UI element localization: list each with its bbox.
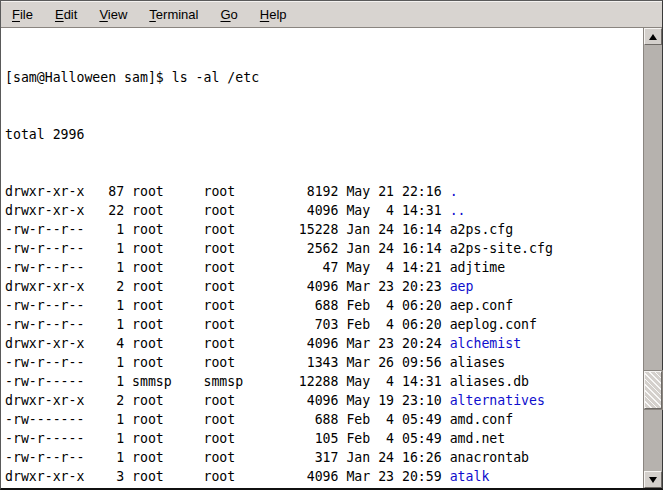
file-row: -rw-r--r-- 1 root root 15228 Jan 24 16:1…: [5, 220, 643, 239]
scrollbar-trough[interactable]: [644, 45, 662, 471]
file-meta: drwxr-xr-x 2 root root 4096 May 19 23:10: [5, 393, 450, 408]
file-row: -rw-r--r-- 1 root root 688 Feb 4 06:20 a…: [5, 296, 643, 315]
file-row: -rw------- 1 root root 688 Feb 4 05:49 a…: [5, 410, 643, 429]
file-row: -rw-r--r-- 1 root root 2562 Jan 24 16:14…: [5, 239, 643, 258]
file-row: drwxr-xr-x 2 root root 4096 Mar 23 20:23…: [5, 277, 643, 296]
file-meta: drwxr-xr-x 87 root root 8192 May 21 22:1…: [5, 184, 450, 199]
file-meta: drwxr-xr-x 4 root root 4096 Mar 23 20:24: [5, 336, 450, 351]
file-meta: drwxr-xr-x 22 root root 4096 May 4 14:31: [5, 203, 450, 218]
menu-view[interactable]: View: [92, 3, 134, 26]
terminal-output-area[interactable]: [sam@Halloween sam]$ ls -al /etc total 2…: [1, 28, 643, 488]
file-name: amd.net: [450, 431, 506, 446]
file-name: atalk: [450, 469, 490, 484]
scrollbar-thumb[interactable]: [644, 371, 662, 409]
file-row: drwxr-xr-x 3 root root 4096 Mar 23 20:59…: [5, 467, 643, 486]
file-row: drwxr-xr-x 4 root root 4096 Mar 23 20:24…: [5, 334, 643, 353]
terminal-window: FileEditViewTerminalGoHelp [sam@Hallowee…: [0, 0, 663, 490]
file-meta: -rw-r--r-- 1 root root 317 Jan 24 16:26: [5, 450, 450, 465]
file-name: .: [450, 184, 458, 199]
file-name: ..: [450, 203, 466, 218]
file-row: drwxr-xr-x 87 root root 8192 May 21 22:1…: [5, 182, 643, 201]
file-name: aep: [450, 279, 474, 294]
file-row: -rw------- 1 root root 1 Jan 24 16:45 at…: [5, 486, 643, 488]
file-name: alchemist: [450, 336, 521, 351]
file-row: -rw-r----- 1 root root 105 Feb 4 05:49 a…: [5, 429, 643, 448]
file-meta: -rw------- 1 root root 688 Feb 4 05:49: [5, 412, 450, 427]
file-meta: -rw-r--r-- 1 root root 688 Feb 4 06:20: [5, 298, 450, 313]
menu-help[interactable]: Help: [253, 3, 294, 26]
file-row: -rw-r--r-- 1 root root 1343 Mar 26 09:56…: [5, 353, 643, 372]
file-meta: -rw-r--r-- 1 root root 15228 Jan 24 16:1…: [5, 222, 450, 237]
prompt-line: [sam@Halloween sam]$ ls -al /etc: [5, 68, 643, 87]
file-meta: drwxr-xr-x 3 root root 4096 Mar 23 20:59: [5, 469, 450, 484]
file-meta: drwxr-xr-x 2 root root 4096 Mar 23 20:23: [5, 279, 450, 294]
file-name: amd.conf: [450, 412, 514, 427]
scroll-up-button[interactable]: [644, 28, 662, 45]
window-content: [sam@Halloween sam]$ ls -al /etc total 2…: [1, 28, 662, 488]
vertical-scrollbar[interactable]: [643, 28, 662, 488]
file-meta: -rw-r--r-- 1 root root 1343 Mar 26 09:56: [5, 355, 450, 370]
file-name: aep.conf: [450, 298, 514, 313]
arrow-up-icon: [649, 34, 657, 40]
menu-bar: FileEditViewTerminalGoHelp: [1, 1, 662, 28]
scroll-down-button[interactable]: [644, 471, 662, 488]
total-line: total 2996: [5, 125, 643, 144]
file-row: -rw-r--r-- 1 root root 703 Feb 4 06:20 a…: [5, 315, 643, 334]
file-meta: -rw-r--r-- 1 root root 703 Feb 4 06:20: [5, 317, 450, 332]
file-name: aliases: [450, 355, 506, 370]
file-row: -rw-r----- 1 smmsp smmsp 12288 May 4 14:…: [5, 372, 643, 391]
menu-file[interactable]: File: [5, 3, 40, 26]
arrow-down-icon: [649, 477, 657, 483]
file-meta: -rw-r----- 1 smmsp smmsp 12288 May 4 14:…: [5, 374, 450, 389]
file-name: adjtime: [450, 260, 506, 275]
file-meta: -rw-r----- 1 root root 105 Feb 4 05:49: [5, 431, 450, 446]
file-row: -rw-r--r-- 1 root root 317 Jan 24 16:26 …: [5, 448, 643, 467]
file-name: a2ps-site.cfg: [450, 241, 553, 256]
file-name: aliases.db: [450, 374, 529, 389]
file-name: a2ps.cfg: [450, 222, 514, 237]
file-row: -rw-r--r-- 1 root root 47 May 4 14:21 ad…: [5, 258, 643, 277]
menu-edit[interactable]: Edit: [48, 3, 84, 26]
file-name: anacrontab: [450, 450, 529, 465]
file-row: drwxr-xr-x 22 root root 4096 May 4 14:31…: [5, 201, 643, 220]
menu-terminal[interactable]: Terminal: [142, 3, 205, 26]
file-meta: -rw-r--r-- 1 root root 47 May 4 14:21: [5, 260, 450, 275]
menu-go[interactable]: Go: [213, 3, 244, 26]
file-name: aeplog.conf: [450, 317, 537, 332]
file-row: drwxr-xr-x 2 root root 4096 May 19 23:10…: [5, 391, 643, 410]
file-meta: -rw-r--r-- 1 root root 2562 Jan 24 16:14: [5, 241, 450, 256]
file-name: alternatives: [450, 393, 545, 408]
